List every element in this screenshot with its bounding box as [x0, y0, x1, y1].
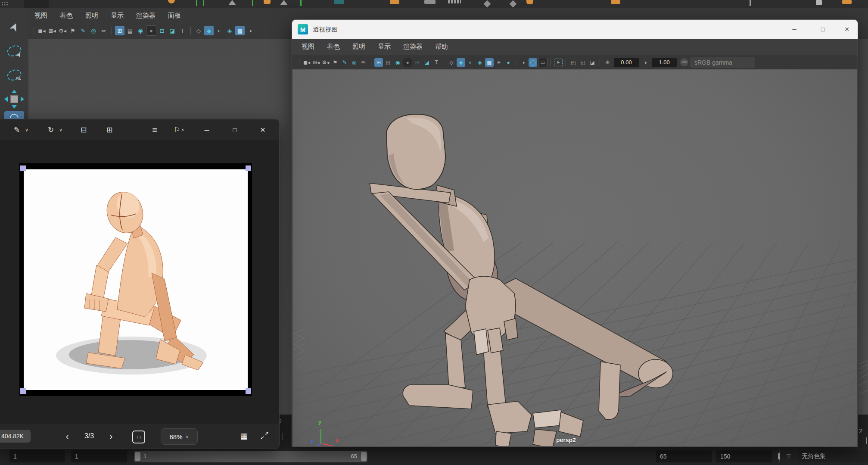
camera-attributes-icon[interactable]: ⚙◂ [321, 58, 330, 67]
lock-camera-icon[interactable]: ⊠◂ [312, 58, 320, 67]
range-slider[interactable]: 1 65 [134, 451, 368, 463]
grid-toggle-icon[interactable]: ⊞ [374, 58, 383, 67]
greasepencil-icon[interactable]: ✏ [99, 26, 109, 35]
photos-maximize-button[interactable]: □ [229, 119, 240, 140]
print-icon[interactable]: ⊟ [78, 119, 89, 140]
exposure-icon[interactable]: ✳ [603, 58, 612, 67]
grid-toggle-icon[interactable]: ⊞ [115, 26, 124, 35]
close-button[interactable]: × [837, 20, 857, 39]
photos-minimize-button[interactable]: – [201, 119, 212, 140]
menu-view[interactable]: 视图 [34, 12, 47, 20]
safe-action-icon[interactable]: ◪ [168, 26, 177, 35]
next-image-button[interactable]: › [106, 430, 117, 443]
isolate-select-icon[interactable]: ➤ [554, 59, 563, 66]
shadows-icon[interactable]: ◑ [246, 26, 255, 35]
motion-blur-icon[interactable]: ◑ [519, 58, 528, 67]
contrast-field[interactable]: 1.00 [652, 58, 677, 67]
lock-camera-icon[interactable]: ⊠◂ [47, 26, 57, 35]
persp-menu-shading[interactable]: 着色 [327, 43, 340, 51]
safe-title-icon[interactable]: T [432, 58, 441, 67]
shaded-mode-icon[interactable]: ◆ [204, 26, 214, 35]
persp-menu-show[interactable]: 显示 [378, 43, 391, 51]
persp-menu-renderer[interactable]: 渲染器 [403, 43, 423, 51]
wireframe-on-shaded-icon[interactable]: ◐ [466, 58, 475, 67]
paint-select-tool[interactable]: ✎ [4, 66, 24, 84]
image-plane-icon[interactable]: ✎ [78, 26, 88, 35]
fit-to-window-button[interactable]: ▢ [132, 431, 145, 443]
use-all-lights-icon[interactable]: ▩ [235, 26, 245, 35]
resolution-gate-icon[interactable]: ◉ [393, 58, 402, 67]
antialiasing-icon[interactable]: ◯ [529, 58, 537, 67]
view-transform-field[interactable]: sRGB gamma [690, 57, 755, 68]
textured-mode-icon[interactable]: ◈ [476, 58, 484, 67]
playback-speed-handle[interactable] [778, 453, 780, 459]
persp-titlebar[interactable]: M 透视视图 – □ × [292, 20, 858, 39]
lasso-select-tool[interactable]: ➤ [4, 42, 24, 59]
camera-attributes-icon[interactable]: ⚙◂ [58, 26, 67, 35]
camera-sequencer-icon[interactable]: ▭ [538, 58, 548, 67]
wireframe-mode-icon[interactable]: ◇ [194, 26, 203, 35]
playback-start-field[interactable]: 1 [9, 450, 65, 462]
persp-menu-view[interactable]: 视图 [302, 43, 314, 51]
persp-viewport[interactable]: y z x persp2 [292, 69, 857, 446]
wireframe-mode-icon[interactable]: ◇ [447, 58, 456, 67]
select-tool[interactable]: ➤ [4, 18, 24, 35]
persp-menu-lighting[interactable]: 照明 [352, 43, 365, 51]
fullscreen-button[interactable]: ↗ ↙ [261, 431, 270, 441]
film-gate-icon[interactable]: ▤ [384, 58, 392, 67]
select-camera-icon[interactable]: ◼◂ [302, 58, 311, 67]
range-handle-left[interactable] [135, 452, 140, 461]
edit-dropdown-icon[interactable]: ∨ [24, 119, 30, 140]
rotate-icon[interactable]: ↻ [45, 119, 56, 140]
zoom-level-dropdown[interactable]: 68% ∨ [161, 428, 198, 445]
menu-show[interactable]: 显示 [111, 12, 124, 20]
menu-lighting[interactable]: 照明 [85, 12, 98, 20]
view-layer-2-icon[interactable]: ◱ [579, 58, 587, 67]
menu-renderer[interactable]: 渲染器 [136, 12, 156, 20]
rotate-dropdown-icon[interactable]: ∨ [58, 119, 64, 140]
safe-action-icon[interactable]: ◪ [423, 58, 431, 67]
reference-image[interactable] [19, 163, 252, 396]
select-camera-icon[interactable]: ◼◂ [37, 26, 47, 35]
view-layer-3-icon[interactable]: ◪ [588, 58, 597, 67]
minimize-button[interactable]: – [784, 20, 804, 39]
playback-end-field[interactable]: 150 [716, 450, 772, 462]
character-set-dropdown-icon[interactable]: ▽ [787, 453, 790, 459]
field-chart-icon[interactable]: ⊡ [413, 58, 422, 67]
maximize-button[interactable]: □ [813, 20, 833, 39]
gate-mask-icon[interactable]: ● [146, 25, 156, 36]
menu-panels[interactable]: 面板 [168, 12, 181, 20]
photos-close-button[interactable]: × [257, 119, 268, 140]
see-more-menu-icon[interactable]: ≡ [149, 119, 160, 140]
shaded-mode-icon[interactable]: ◆ [457, 58, 465, 67]
range-handle-right[interactable] [361, 452, 367, 461]
zoom-region-icon[interactable]: ◎ [89, 26, 98, 35]
persp-menu-help[interactable]: 帮助 [435, 43, 448, 51]
save-copy-icon[interactable]: ⊞ [104, 119, 115, 140]
filmstrip-toggle-button[interactable]: ▦ [238, 430, 249, 443]
textured-mode-icon[interactable]: ◈ [225, 26, 234, 35]
contrast-icon[interactable]: ◑ [641, 58, 650, 67]
view-layer-icon[interactable]: ◰ [569, 58, 578, 67]
film-gate-icon[interactable]: ▤ [125, 26, 135, 35]
animation-start-field[interactable]: 1 [71, 450, 127, 462]
zoom-region-icon[interactable]: ◎ [350, 58, 358, 67]
wireframe-on-shaded-icon[interactable]: ◐ [215, 26, 224, 35]
gamma-toggle-button[interactable]: OFF [680, 58, 688, 66]
field-chart-icon[interactable]: ⊡ [157, 26, 167, 35]
previous-image-button[interactable]: ‹ [62, 430, 73, 443]
character-set-field[interactable]: 无角色集 [798, 450, 868, 462]
bookmark-icon[interactable]: ⚑ [68, 26, 78, 35]
gate-mask-icon[interactable]: ● [403, 58, 412, 67]
safe-title-icon[interactable]: T [178, 26, 187, 35]
use-all-lights-icon[interactable]: ▩ [485, 58, 494, 67]
animation-end-field[interactable]: 65 [656, 450, 712, 462]
shadows-icon[interactable]: ☀ [495, 58, 503, 67]
exposure-field[interactable]: 0.00 [614, 58, 639, 67]
bookmark-icon[interactable]: ⚑ [331, 58, 339, 67]
ambient-occlusion-icon[interactable]: ● [504, 58, 513, 67]
image-plane-icon[interactable]: ✎ [340, 58, 349, 67]
resolution-gate-icon[interactable]: ◉ [136, 26, 145, 35]
menu-shading[interactable]: 着色 [60, 12, 73, 20]
move-tool[interactable] [4, 91, 24, 108]
